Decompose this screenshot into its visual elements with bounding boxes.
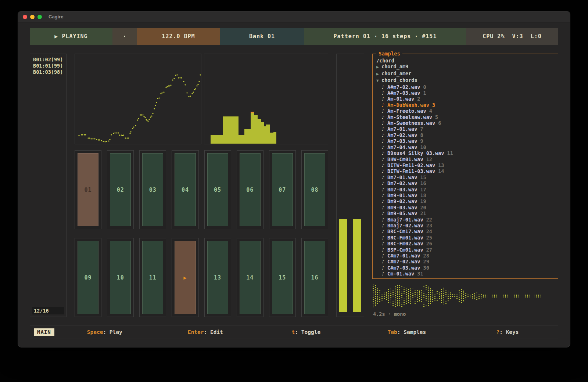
pad-04[interactable]: 04 — [172, 150, 198, 229]
sample-file-row[interactable]: ♪Bm7-01.wav 15 — [376, 174, 554, 180]
folder-row[interactable]: ▶chord_am9 — [376, 64, 554, 70]
waveform-column — [397, 285, 398, 307]
sample-file-row[interactable]: ♪Am7-04.wav 10 — [376, 144, 554, 150]
sample-file-row[interactable]: ♪Am7-02.wav 8 — [376, 132, 554, 138]
pad-13[interactable]: 13 — [204, 238, 231, 317]
pad-11[interactable]: 11 — [139, 238, 166, 317]
pad-07[interactable]: 07 — [269, 150, 296, 229]
sample-file-row[interactable]: ♪A#m7-03.wav 1 — [376, 90, 554, 96]
sample-file-row[interactable]: ♪B9sus4 Silky 03.wav 11 — [376, 150, 554, 156]
scatter-dot — [178, 78, 179, 79]
scatter-dot — [158, 98, 159, 99]
sample-file-row[interactable]: ♪Am-Sweetness.wav 6 — [376, 120, 554, 126]
close-button[interactable] — [23, 15, 27, 19]
scatter-dot — [200, 75, 201, 76]
sample-file-row[interactable]: ♪BRC-Cm17.wav 24 — [376, 228, 554, 234]
sample-file-row[interactable]: ♪BRC-Fm01.wav 25 — [376, 235, 554, 241]
folder-row[interactable]: ▶chord_amer — [376, 71, 554, 77]
sample-file-row[interactable]: ♪C#m7-02.wav 29 — [376, 259, 554, 264]
scatter-dot — [109, 139, 110, 140]
track-item: B01:02(99) — [33, 57, 66, 63]
sample-file-row[interactable]: ♪Am7-01.wav 7 — [376, 126, 554, 132]
waveform-column — [467, 294, 469, 298]
minimize-button[interactable] — [30, 15, 35, 19]
waveform-column — [516, 294, 517, 298]
sample-file-row[interactable]: ♪BITW-Fm11-02.wav 13 — [376, 162, 554, 168]
waveform-column — [403, 287, 405, 305]
pad-03[interactable]: 03 — [139, 150, 166, 229]
sample-file-row[interactable]: ♪C#m7-01.wav 28 — [376, 253, 554, 259]
sample-file-row[interactable]: ♪BITW-Fm11-03.wav 14 — [376, 168, 554, 174]
sample-file-row[interactable]: ♪BSP-Cm01.wav 27 — [376, 247, 554, 253]
sample-file-row[interactable]: ♪A#m7-02.wav 0 — [376, 84, 554, 90]
hint-key: Enter — [188, 329, 204, 335]
waveform-column — [432, 289, 433, 303]
sample-file-index: 4 — [429, 108, 432, 114]
pad-surface: 08 — [304, 153, 325, 226]
scatter-dot — [82, 134, 83, 135]
pad-15[interactable]: 15 — [269, 238, 296, 317]
sample-file-row[interactable]: ♪BRC-Fm02.wav 26 — [376, 241, 554, 246]
sample-file-row[interactable]: ♪Bm7-03.wav 17 — [376, 187, 554, 192]
scatter-dot — [193, 91, 194, 93]
scatter-dot — [181, 77, 182, 78]
histogram-bar — [251, 112, 254, 144]
waveform-display — [372, 282, 558, 310]
hint-tab: Tab: Samples — [356, 329, 457, 335]
sample-file-name: Am-Freeto.wav — [387, 108, 429, 114]
sample-file-row[interactable]: ♪Bm9-05.wav 21 — [376, 210, 554, 216]
sample-file-row[interactable]: ♪Bm7-02.wav 16 — [376, 180, 554, 186]
sample-file-index: 16 — [420, 180, 426, 186]
sample-file-row[interactable]: ♪Bmaj7-02.wav 23 — [376, 223, 554, 228]
sample-file-index: 29 — [423, 259, 429, 264]
scatter-dot — [169, 86, 170, 87]
music-note-icon: ♪ — [381, 108, 387, 114]
sample-file-row[interactable]: ♪BHW-Cm01.wav 12 — [376, 156, 554, 162]
waveform-column — [524, 294, 526, 298]
footer-bar: MAIN Space: PlayEnter: Editt: ToggleTab:… — [30, 325, 558, 339]
zoom-button[interactable] — [37, 15, 42, 19]
pad-06[interactable]: 06 — [237, 150, 263, 229]
scatter-dot — [150, 116, 151, 118]
waveform-column — [474, 292, 475, 300]
sample-file-row[interactable]: ♪Bm9-03.wav 20 — [376, 205, 554, 210]
sample-file-row[interactable]: ♪Am-01.wav 2 — [376, 96, 554, 102]
waveform-column — [405, 288, 407, 304]
pad-16[interactable]: 16 — [301, 238, 328, 317]
pad-09[interactable]: 09 — [75, 238, 101, 317]
pad-05[interactable]: 05 — [204, 150, 231, 229]
waveform-column — [381, 290, 383, 302]
pad-01[interactable]: 01 — [75, 150, 101, 229]
pad-08[interactable]: 08 — [301, 150, 328, 229]
scatter-dot — [108, 140, 109, 141]
music-note-icon: ♪ — [381, 247, 387, 253]
sample-file-row[interactable]: ♪C#m7-03.wav 30 — [376, 265, 554, 271]
sample-file-row[interactable]: ♪Bmaj7-01.wav 22 — [376, 217, 554, 223]
sample-file-index: 3 — [432, 102, 435, 108]
pad-12[interactable]: ▶ — [172, 238, 198, 317]
scatter-dot — [132, 128, 133, 129]
waveform-column — [377, 288, 378, 304]
sample-file-row[interactable]: ♪Am-DubWash.wav 3 — [376, 102, 554, 108]
sample-file-row[interactable]: ♪Am-Steelsaw.wav 5 — [376, 114, 554, 120]
sample-browser-tree: /chord▶chord_am9▶chord_amer▼chord_chords… — [376, 58, 554, 277]
sample-file-name: Am7-01.wav — [387, 126, 420, 132]
histogram-bar — [261, 122, 264, 144]
sample-file-row[interactable]: ♪Am7-03.wav 9 — [376, 138, 554, 144]
pad-14[interactable]: 14 — [237, 238, 263, 317]
scatter-dot — [101, 140, 102, 141]
sample-file-name: BITW-Fm11-02.wav — [387, 162, 438, 168]
mode-badge: MAIN — [34, 328, 54, 336]
pad-10[interactable]: 10 — [107, 238, 134, 317]
sample-file-row[interactable]: ♪Bm9-01.wav 18 — [376, 192, 554, 198]
scatter-dot — [85, 134, 86, 135]
sample-file-row[interactable]: ♪Bm9-02.wav 19 — [376, 198, 554, 204]
sample-file-index: 2 — [417, 96, 420, 102]
pad-surface: 03 — [142, 153, 163, 226]
waveform-column — [401, 285, 402, 307]
sample-file-row[interactable]: ♪Am-Freeto.wav 4 — [376, 108, 554, 114]
sample-file-row[interactable]: ♪Cm-01.wav 31 — [376, 271, 554, 277]
folder-row[interactable]: ▼chord_chords — [376, 77, 554, 84]
music-note-icon: ♪ — [381, 114, 387, 120]
pad-02[interactable]: 02 — [107, 150, 134, 229]
